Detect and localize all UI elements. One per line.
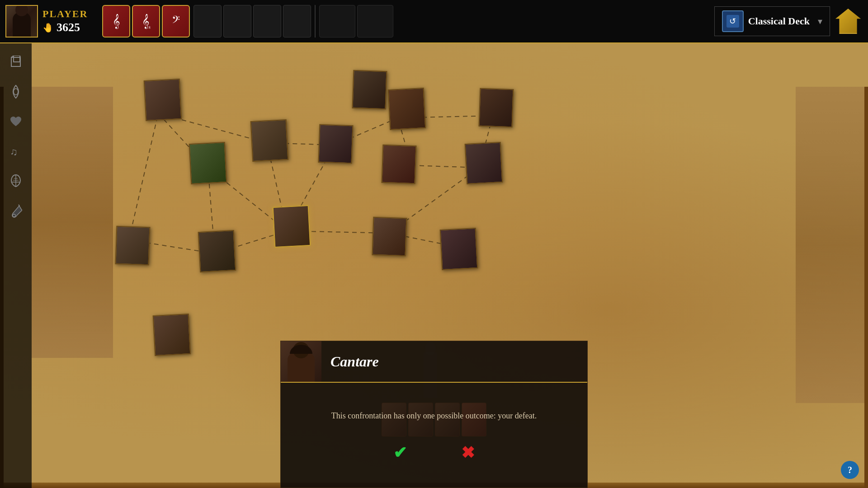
board-card-11[interactable] <box>198 230 236 272</box>
player-section: Player 🤚 3625 <box>0 1 93 41</box>
dialog-overlay: Cantare This confrontation has only one … <box>0 341 868 488</box>
svg-point-10 <box>13 214 15 217</box>
board-card-5[interactable] <box>250 119 289 162</box>
deck-dropdown-arrow-icon: ▾ <box>818 16 822 27</box>
deck-name: Classical Deck <box>748 15 810 27</box>
svg-rect-1 <box>14 56 20 62</box>
empty-slot-3 <box>253 5 281 38</box>
svg-text:♫: ♫ <box>10 146 18 157</box>
sidebar-heart-icon[interactable] <box>6 112 25 131</box>
treble-clef-card-btn[interactable]: 𝄞 <box>102 5 130 38</box>
board-card-active[interactable] <box>273 205 311 248</box>
empty-slot-4 <box>283 5 311 38</box>
dialog-portrait <box>281 341 321 382</box>
sidebar-music-notes-icon[interactable]: ♫ <box>6 142 25 161</box>
board-card-6[interactable] <box>318 124 354 164</box>
right-card-slots <box>319 5 393 38</box>
treble-clef-symbol: 𝄞 <box>113 14 120 29</box>
left-fresco-decoration <box>32 87 113 358</box>
home-button[interactable] <box>835 9 861 34</box>
right-slot-2 <box>357 5 393 38</box>
right-slot-1 <box>319 5 355 38</box>
deck-icon <box>722 10 744 32</box>
dialog-message: This confrontation has only one possible… <box>294 396 574 436</box>
header-separator <box>315 5 316 38</box>
alto-clef-card-btn[interactable]: 𝄠 <box>132 5 160 38</box>
hand-icon: 🤚 <box>42 22 54 33</box>
empty-slot-2 <box>223 5 251 38</box>
confrontation-dialog: Cantare This confrontation has only one … <box>280 341 588 488</box>
center-card-slots <box>193 5 311 38</box>
alto-clef-symbol: 𝄠 <box>142 14 151 29</box>
board-card-1[interactable] <box>144 79 182 121</box>
sidebar-instrument-icon[interactable] <box>6 202 25 221</box>
board-card-3[interactable] <box>388 88 426 130</box>
player-name: Player <box>42 8 88 20</box>
empty-slot-1 <box>193 5 222 38</box>
sidebar-cube-icon[interactable] <box>6 52 25 71</box>
bass-clef-card-btn[interactable]: 𝄢 <box>162 5 190 38</box>
header-right: Classical Deck ▾ <box>714 6 868 36</box>
music-card-slots: 𝄞 𝄠 𝄢 <box>102 5 190 38</box>
player-info: Player 🤚 3625 <box>42 8 88 34</box>
player-avatar-image <box>6 6 37 37</box>
dialog-title: Cantare <box>330 353 379 370</box>
deck-icon-inner <box>726 15 739 28</box>
hat-decoration <box>290 345 312 354</box>
board-card-8[interactable] <box>382 145 417 184</box>
dialog-header: Cantare <box>281 341 587 383</box>
bass-clef-symbol: 𝄢 <box>172 14 180 29</box>
sidebar-scroll-icon[interactable] <box>6 82 25 101</box>
header: Player 🤚 3625 𝄞 𝄠 𝄢 <box>0 0 868 43</box>
player-score-row: 🤚 3625 <box>42 21 88 34</box>
board-card-9[interactable] <box>465 142 503 184</box>
player-score-value: 3625 <box>57 21 80 34</box>
board-card-10[interactable] <box>115 226 151 266</box>
help-button[interactable]: ? <box>841 461 859 479</box>
deck-selector[interactable]: Classical Deck ▾ <box>714 6 830 36</box>
board-card-12[interactable] <box>372 217 407 257</box>
dialog-title-area: Cantare <box>321 341 587 382</box>
board-card-4[interactable] <box>479 88 514 128</box>
board-card-7[interactable] <box>189 142 227 184</box>
board-card-13[interactable] <box>440 228 478 270</box>
svg-point-4 <box>14 89 18 95</box>
dialog-body: This confrontation has only one possible… <box>281 392 587 474</box>
board-card-2[interactable] <box>352 70 387 110</box>
svg-line-3 <box>20 56 20 57</box>
player-avatar <box>5 5 38 38</box>
sidebar-lyre-icon[interactable] <box>6 172 25 191</box>
